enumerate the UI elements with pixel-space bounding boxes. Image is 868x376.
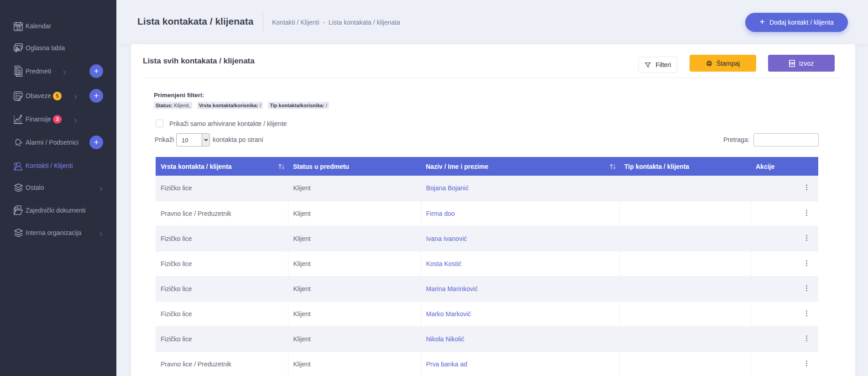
svg-text:15: 15: [16, 25, 21, 30]
svg-text:XLS: XLS: [790, 62, 794, 64]
